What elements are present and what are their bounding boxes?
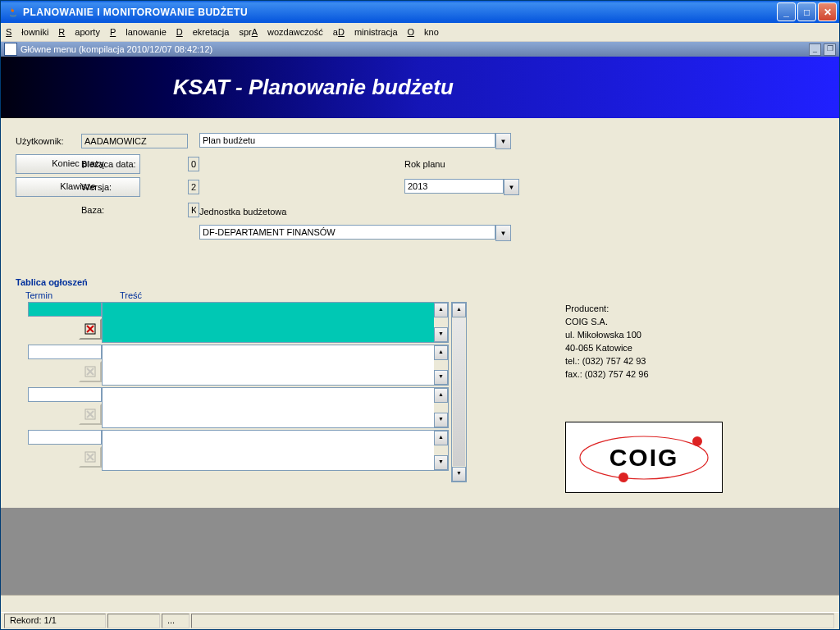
banner-text: KSAT - Planowanie budżetu — [173, 75, 454, 100]
scrollbar-icon[interactable]: ▲▼ — [434, 431, 448, 470]
maximize-button[interactable]: □ — [797, 2, 816, 21]
producer-line: COIG S.A. — [565, 315, 723, 328]
status-rekord: Rekord: 1/1 — [4, 614, 106, 628]
mdi-area: Główne menu (kompilacja 2010/12/07 08:42… — [1, 42, 839, 595]
minimize-button[interactable]: _ — [777, 2, 796, 21]
delete-button — [79, 446, 102, 468]
list-scrollbar[interactable]: ▲▼ — [451, 302, 467, 482]
mdi-title: Główne menu (kompilacja 2010/12/07 08:42… — [21, 44, 212, 54]
menu-administracja[interactable]: aDministracja — [333, 27, 398, 37]
close-button[interactable]: ✕ — [818, 2, 837, 21]
table-row: ▲▼ — [16, 430, 449, 471]
mdi-minimize-button[interactable]: _ — [809, 43, 821, 56]
dropdown-jednostka[interactable]: ▼ — [495, 225, 511, 241]
header-termin: Termin — [16, 290, 120, 300]
producer-line: 40-065 Katowice — [565, 341, 723, 354]
field-uzytkownik — [81, 134, 188, 148]
menu-raporty[interactable]: Raporty — [58, 27, 100, 37]
tresc-textarea[interactable]: ▲▼ — [102, 302, 449, 343]
form-panel: Użytkownik: ▼ Koniec pracy Bieżąca data:… — [1, 120, 839, 508]
termin-input[interactable] — [28, 345, 102, 359]
menu-okno[interactable]: Okno — [408, 27, 439, 37]
window-title: PLANOWANIE I MONITOROWANIE BUDŻETU — [23, 7, 777, 18]
label-baza: Baza: — [81, 205, 188, 215]
svg-point-5 — [692, 436, 702, 446]
table-row: ▲▼ — [16, 387, 449, 428]
svg-point-6 — [619, 472, 628, 482]
termin-input[interactable] — [28, 387, 102, 402]
field-wersja — [188, 180, 199, 194]
label-wersja: Wersja: — [81, 182, 188, 192]
java-icon — [7, 6, 20, 19]
producer-info: Producent: COIG S.A. ul. Mikołowska 100 … — [565, 302, 723, 493]
scrollbar-icon[interactable]: ▲▼ — [434, 303, 448, 342]
dropdown-rok[interactable]: ▼ — [504, 179, 519, 195]
label-rok-planu: Rok planu — [404, 159, 693, 169]
termin-input[interactable] — [28, 302, 102, 317]
producer-line: tel.: (032) 757 42 93 — [565, 354, 723, 368]
status-cell — [191, 614, 834, 628]
field-plan-budzetu[interactable] — [199, 133, 495, 148]
scrollbar-icon[interactable]: ▲▼ — [434, 388, 448, 427]
field-rok[interactable] — [404, 179, 504, 194]
table-row: ▲▼ — [16, 345, 449, 386]
banner: KSAT - Planowanie budżetu — [1, 57, 839, 120]
delete-button[interactable] — [79, 318, 102, 340]
app-window: PLANOWANIE I MONITOROWANIE BUDŻETU _ □ ✕… — [0, 0, 840, 630]
status-cell — [107, 614, 160, 628]
coig-logo: COIG — [565, 422, 723, 493]
tresc-textarea[interactable]: ▲▼ — [102, 430, 449, 471]
statusbar: Rekord: 1/1 ... — [1, 612, 839, 629]
producer-line: fax.: (032) 757 42 96 — [565, 368, 723, 381]
menu-dekretacja[interactable]: Dekretacja — [176, 27, 230, 37]
mdi-titlebar: Główne menu (kompilacja 2010/12/07 08:42… — [1, 42, 839, 57]
table-row: ▲▼ — [16, 302, 449, 343]
menu-planowanie[interactable]: Planowanie — [110, 27, 167, 37]
menubar: Słowniki Raporty Planowanie Dekretacja s… — [1, 23, 839, 42]
scrollbar-icon[interactable]: ▲▼ — [434, 345, 448, 385]
producer-line: Producent: — [565, 302, 723, 315]
producer-line: ul. Mikołowska 100 — [565, 328, 723, 341]
menu-sprawozdawczosc[interactable]: sprAwozdawczość — [239, 27, 322, 37]
label-uzytkownik: Użytkownik: — [16, 136, 81, 146]
tablica-ogloszen: Tablica ogłoszeń Termin Treść — [16, 277, 467, 482]
tresc-textarea[interactable]: ▲▼ — [102, 345, 449, 386]
svg-text:COIG: COIG — [609, 444, 679, 471]
document-icon — [4, 43, 17, 56]
mdi-restore-button[interactable]: ❐ — [824, 43, 836, 56]
tresc-textarea[interactable]: ▲▼ — [102, 387, 449, 428]
menu-slowniki[interactable]: Słowniki — [6, 27, 48, 37]
header-tresc: Treść — [120, 290, 142, 300]
delete-button — [79, 361, 102, 382]
dropdown-plan-budzetu[interactable]: ▼ — [495, 133, 511, 149]
separator-bar — [1, 595, 839, 612]
label-biezaca-data: Bieżąca data: — [81, 159, 188, 169]
delete-button — [79, 404, 102, 425]
label-jednostka: Jednostka budżetowa — [199, 207, 286, 217]
tablica-title: Tablica ogłoszeń — [16, 277, 467, 287]
termin-input[interactable] — [28, 430, 102, 445]
titlebar: PLANOWANIE I MONITOROWANIE BUDŻETU _ □ ✕ — [1, 1, 839, 23]
field-biezaca-data — [188, 157, 199, 171]
status-dots: ... — [162, 614, 189, 628]
field-baza — [188, 203, 199, 217]
field-jednostka[interactable] — [199, 225, 495, 240]
